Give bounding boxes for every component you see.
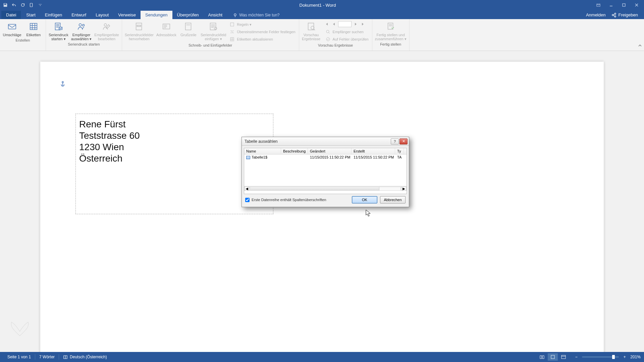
title-bar: Dokument1 - Word bbox=[0, 0, 644, 10]
edit-recipient-list-button[interactable]: Empfängerliste bearbeiten bbox=[93, 20, 120, 42]
tab-ueberpruefen[interactable]: Überprüfen bbox=[172, 11, 204, 19]
cancel-button[interactable]: Abbrechen bbox=[380, 196, 406, 203]
svg-point-20 bbox=[214, 27, 217, 30]
checkbox-input[interactable] bbox=[245, 198, 250, 202]
save-icon[interactable] bbox=[3, 2, 8, 8]
table-row[interactable]: Tabelle1$ 11/15/2015 11:50:22 PM 11/15/2… bbox=[244, 155, 407, 160]
next-record-icon[interactable] bbox=[353, 21, 359, 27]
check-errors-button[interactable]: Auf Fehler überprüfen bbox=[323, 36, 371, 43]
zoom-in-icon[interactable]: + bbox=[622, 354, 628, 360]
tab-einfuegen[interactable]: Einfügen bbox=[40, 11, 67, 19]
minimize-icon[interactable] bbox=[605, 1, 617, 9]
tell-me-search[interactable]: Was möchten Sie tun? bbox=[233, 13, 279, 19]
cell-type: TA bbox=[395, 155, 404, 160]
repeat-icon[interactable] bbox=[20, 2, 25, 8]
ribbon-display-options-icon[interactable] bbox=[592, 1, 604, 9]
checkbox-label: Erste Datenreihe enthält Spaltenüberschr… bbox=[252, 198, 326, 202]
svg-point-4 bbox=[234, 14, 236, 16]
address-block-button[interactable]: Adressblock bbox=[155, 20, 178, 38]
window-controls bbox=[592, 1, 644, 9]
envelopes-button[interactable]: Umschläge bbox=[1, 20, 23, 38]
listview-header[interactable]: Name Beschreibung Geändert Erstellt Ty bbox=[244, 148, 407, 155]
svg-rect-16 bbox=[137, 25, 141, 26]
highlight-merge-fields-button[interactable]: Seriendruckfelder hervorheben bbox=[123, 20, 155, 42]
tab-file[interactable]: Datei bbox=[1, 11, 21, 19]
col-created[interactable]: Erstellt bbox=[352, 148, 395, 154]
window-title: Dokument1 - Word bbox=[43, 3, 592, 8]
undo-icon[interactable] bbox=[11, 2, 17, 8]
listview-hscroll[interactable]: ◂ ▸ bbox=[244, 186, 407, 191]
share-button[interactable]: Freigeben bbox=[611, 12, 638, 17]
start-mailmerge-button[interactable]: Seriendruck starten ▾ bbox=[47, 20, 70, 42]
collapse-ribbon-icon[interactable] bbox=[638, 43, 642, 49]
status-page[interactable]: Seite 1 von 1 bbox=[3, 355, 35, 359]
status-language[interactable]: Deutsch (Österreich) bbox=[59, 355, 111, 359]
status-words[interactable]: 7 Wörter bbox=[35, 355, 59, 359]
web-layout-icon[interactable] bbox=[558, 353, 569, 361]
first-row-headers-checkbox[interactable]: Erste Datenreihe enthält Spaltenüberschr… bbox=[245, 198, 326, 202]
print-layout-icon[interactable] bbox=[548, 353, 558, 361]
close-icon[interactable] bbox=[631, 1, 643, 9]
select-recipients-button[interactable]: Empfänger auswählen ▾ bbox=[70, 20, 93, 42]
prev-record-icon[interactable] bbox=[331, 21, 337, 27]
qat-customize-icon[interactable] bbox=[38, 2, 43, 8]
insert-merge-field-button[interactable]: Seriendruckfeld einfügen ▾ bbox=[199, 20, 227, 42]
view-switcher bbox=[537, 353, 569, 361]
dialog-titlebar[interactable]: Tabelle auswählen ? ✕ bbox=[242, 137, 409, 146]
labels-button[interactable]: Etiketten bbox=[23, 20, 44, 38]
tab-verweise[interactable]: Verweise bbox=[113, 11, 141, 19]
rules-button[interactable]: Regeln ▾ bbox=[227, 21, 297, 28]
zoom-thumb[interactable] bbox=[612, 355, 615, 359]
group-label-finish: Fertig stellen bbox=[374, 42, 408, 47]
zoom-level[interactable]: 201% bbox=[630, 355, 641, 359]
col-name[interactable]: Name bbox=[244, 148, 281, 154]
maximize-icon[interactable] bbox=[618, 1, 630, 9]
zoom-slider[interactable] bbox=[582, 356, 619, 358]
watermark-decor bbox=[8, 317, 32, 341]
first-record-icon[interactable] bbox=[323, 21, 329, 27]
find-recipient-button[interactable]: Empfänger suchen bbox=[323, 28, 371, 35]
svg-rect-8 bbox=[8, 24, 16, 29]
ribbon-tabs: Datei Start Einfügen Entwurf Layout Verw… bbox=[0, 10, 644, 19]
tab-ansicht[interactable]: Ansicht bbox=[204, 11, 227, 19]
tab-layout[interactable]: Layout bbox=[91, 11, 113, 19]
sign-in-link[interactable]: Anmelden bbox=[586, 12, 606, 17]
greeting-line-button[interactable]: Grußzeile bbox=[178, 20, 199, 38]
quick-access-toolbar bbox=[0, 2, 43, 8]
scroll-thumb[interactable] bbox=[250, 187, 379, 190]
address-line-2: Teststrasse 60 bbox=[79, 130, 270, 141]
svg-point-28 bbox=[62, 81, 63, 83]
address-line-3: 1230 Wien bbox=[79, 141, 270, 153]
address-line-1: Rene Fürst bbox=[79, 119, 270, 130]
col-modified[interactable]: Geändert bbox=[308, 148, 352, 154]
update-labels-button[interactable]: Etiketten aktualisieren bbox=[227, 36, 297, 43]
table-icon bbox=[246, 156, 250, 159]
dialog-close-icon[interactable]: ✕ bbox=[399, 138, 408, 144]
scroll-right-icon[interactable]: ▸ bbox=[401, 187, 407, 191]
preview-results-button[interactable]: Vorschau Ergebnisse bbox=[301, 20, 322, 42]
anchor-icon bbox=[60, 81, 65, 88]
col-desc[interactable]: Beschreibung bbox=[281, 148, 308, 154]
zoom-out-icon[interactable]: − bbox=[573, 354, 579, 360]
group-label-seriendruck: Seriendruck starten bbox=[47, 42, 120, 47]
finish-merge-button[interactable]: Fertig stellen und zusammenführen ▾ bbox=[374, 20, 408, 42]
ribbon: Umschläge Etiketten Erstellen Seriendruc… bbox=[0, 19, 644, 51]
touch-mode-icon[interactable] bbox=[29, 2, 34, 8]
cell-name: Tabelle1$ bbox=[244, 155, 281, 160]
svg-point-26 bbox=[326, 38, 330, 41]
ok-button[interactable]: OK bbox=[352, 196, 377, 203]
record-number-input[interactable] bbox=[338, 21, 352, 27]
match-fields-button[interactable]: Übereinstimmende Felder festlegen bbox=[227, 28, 297, 35]
read-mode-icon[interactable] bbox=[537, 353, 547, 361]
table-listview[interactable]: Name Beschreibung Geändert Erstellt Ty T… bbox=[244, 148, 407, 194]
tab-entwurf[interactable]: Entwurf bbox=[67, 11, 91, 19]
share-label: Freigeben bbox=[618, 12, 638, 17]
dialog-help-icon[interactable]: ? bbox=[391, 138, 399, 144]
tab-sendungen[interactable]: Sendungen bbox=[141, 11, 172, 19]
col-type[interactable]: Ty bbox=[395, 148, 404, 154]
tab-start[interactable]: Start bbox=[21, 11, 40, 19]
cell-desc bbox=[281, 155, 308, 160]
cell-modified: 11/15/2015 11:50:22 PM bbox=[308, 155, 352, 160]
scroll-left-icon[interactable]: ◂ bbox=[244, 187, 250, 191]
last-record-icon[interactable] bbox=[360, 21, 366, 27]
